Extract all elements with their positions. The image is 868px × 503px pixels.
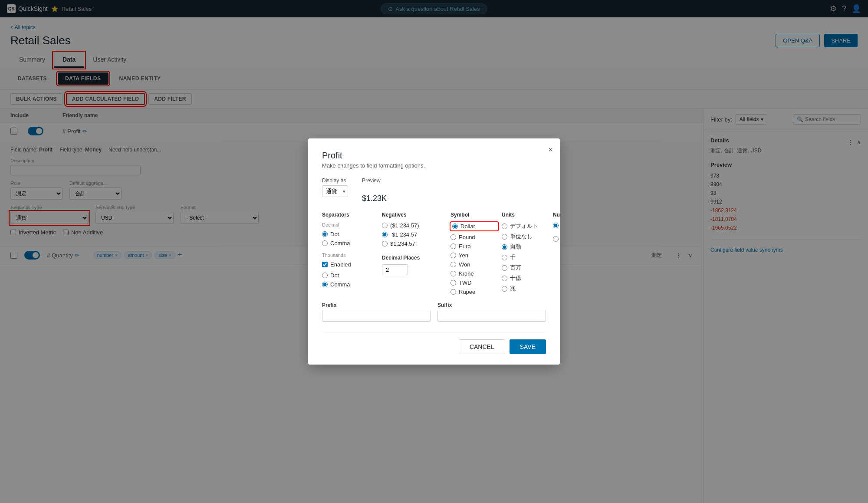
thousands-enabled-row[interactable]: Enabled bbox=[322, 261, 378, 268]
modal-footer: CANCEL SAVE bbox=[322, 332, 546, 354]
thousands-enabled-label: Enabled bbox=[330, 261, 351, 268]
display-preview-row: Display as 通貨 Preview $1.23K bbox=[322, 178, 546, 203]
symbol-dollar-radio[interactable] bbox=[452, 224, 458, 229]
units-default-label: デフォルト bbox=[510, 222, 538, 230]
separators-title: Separators bbox=[322, 212, 378, 218]
preview-group: Preview $1.23K bbox=[362, 178, 387, 203]
symbol-dollar-row[interactable]: Dollar bbox=[450, 222, 498, 230]
decimal-dot-radio[interactable] bbox=[322, 231, 328, 237]
symbol-pound-row[interactable]: Pound bbox=[450, 234, 498, 240]
separators-col: Separators Decimal Dot Comma Thousands E… bbox=[322, 212, 378, 295]
symbol-pound-radio[interactable] bbox=[450, 234, 456, 240]
preview-label: Preview bbox=[362, 178, 387, 184]
units-none-radio[interactable] bbox=[502, 234, 507, 240]
modal-subtitle: Make changes to field formatting options… bbox=[322, 162, 546, 169]
units-thousand-radio[interactable] bbox=[502, 255, 507, 260]
thousands-comma-row[interactable]: Comma bbox=[322, 281, 378, 288]
symbol-euro-row[interactable]: Euro bbox=[450, 243, 498, 250]
thousands-sublabel: Thousands bbox=[322, 253, 378, 258]
symbol-rupee-row[interactable]: Rupee bbox=[450, 289, 498, 295]
thousands-dot-radio[interactable] bbox=[322, 273, 328, 278]
prefix-input[interactable] bbox=[322, 310, 431, 322]
neg-paren-label: ($1,234.57) bbox=[390, 222, 419, 229]
units-auto-label: 自動 bbox=[510, 243, 521, 251]
thousands-comma-label: Comma bbox=[330, 281, 350, 288]
decimal-places-input[interactable] bbox=[382, 264, 408, 275]
units-billion-label: 十億 bbox=[510, 274, 521, 282]
symbol-krone-row[interactable]: Krone bbox=[450, 270, 498, 277]
units-trillion-row[interactable]: 兆 bbox=[502, 285, 549, 293]
display-as-label: Display as bbox=[322, 178, 348, 184]
units-title: Units bbox=[502, 212, 549, 218]
display-as-select[interactable]: 通貨 bbox=[322, 185, 348, 197]
decimal-comma-label: Comma bbox=[330, 240, 350, 247]
null-custom-row: Custom bbox=[553, 234, 560, 243]
symbol-twd-label: TWD bbox=[459, 279, 472, 286]
neg-suffix-radio[interactable] bbox=[382, 241, 388, 247]
units-default-row[interactable]: デフォルト bbox=[502, 222, 549, 230]
cancel-button[interactable]: CANCEL bbox=[459, 339, 505, 354]
null-custom-radio-row[interactable]: Custom bbox=[553, 236, 560, 242]
units-auto-radio[interactable] bbox=[502, 244, 507, 250]
units-none-row[interactable]: 単位なし bbox=[502, 233, 549, 240]
units-default-radio[interactable] bbox=[502, 224, 507, 229]
neg-paren-row[interactable]: ($1,234.57) bbox=[382, 222, 447, 229]
suffix-input[interactable] bbox=[437, 310, 546, 322]
units-trillion-label: 兆 bbox=[510, 285, 516, 293]
symbol-euro-radio[interactable] bbox=[450, 243, 456, 249]
null-values-title: Null values bbox=[553, 212, 560, 218]
decimal-dot-label: Dot bbox=[330, 231, 339, 237]
symbol-rupee-label: Rupee bbox=[459, 289, 475, 295]
decimal-comma-row[interactable]: Comma bbox=[322, 240, 378, 247]
neg-suffix-label: $1,234.57- bbox=[390, 240, 417, 247]
modal-title: Profit bbox=[322, 151, 546, 161]
display-as-select-wrapper: 通貨 bbox=[322, 185, 348, 197]
decimal-sublabel: Decimal bbox=[322, 222, 378, 227]
neg-paren-radio[interactable] bbox=[382, 223, 388, 228]
thousands-comma-radio[interactable] bbox=[322, 282, 328, 287]
symbol-krone-radio[interactable] bbox=[450, 271, 456, 276]
units-million-row[interactable]: 百万 bbox=[502, 264, 549, 272]
units-thousand-row[interactable]: 千 bbox=[502, 253, 549, 261]
symbol-rupee-radio[interactable] bbox=[450, 289, 456, 295]
symbol-twd-row[interactable]: TWD bbox=[450, 279, 498, 286]
symbol-krone-label: Krone bbox=[459, 270, 474, 277]
units-billion-row[interactable]: 十億 bbox=[502, 274, 549, 282]
thousands-dot-row[interactable]: Dot bbox=[322, 272, 378, 279]
neg-suffix-row[interactable]: $1,234.57- bbox=[382, 240, 447, 247]
null-custom-radio[interactable] bbox=[553, 236, 559, 242]
units-none-label: 単位なし bbox=[510, 233, 533, 240]
null-show-radio[interactable] bbox=[553, 223, 559, 228]
prefix-label: Prefix bbox=[322, 302, 431, 308]
save-button[interactable]: SAVE bbox=[510, 339, 546, 354]
null-show-row[interactable]: Show as 'null' bbox=[553, 222, 560, 229]
symbol-yen-radio[interactable] bbox=[450, 253, 456, 258]
neg-minus-row[interactable]: -$1,234.57 bbox=[382, 231, 447, 238]
symbol-dollar-label: Dollar bbox=[460, 223, 475, 230]
decimal-comma-radio[interactable] bbox=[322, 240, 328, 246]
prefix-suffix-section: Prefix Suffix bbox=[322, 302, 546, 322]
units-million-label: 百万 bbox=[510, 264, 521, 272]
null-values-col: Null values Show as 'null' Custom bbox=[553, 212, 560, 295]
thousands-enabled-checkbox[interactable] bbox=[322, 262, 328, 267]
symbol-col: Symbol Dollar Pound Euro Yen bbox=[450, 212, 498, 295]
modal-overlay[interactable]: × Profit Make changes to field formattin… bbox=[0, 0, 868, 503]
symbol-won-row[interactable]: Won bbox=[450, 261, 498, 268]
symbol-twd-radio[interactable] bbox=[450, 280, 456, 286]
units-thousand-label: 千 bbox=[510, 253, 516, 261]
units-auto-row[interactable]: 自動 bbox=[502, 243, 549, 251]
units-billion-radio[interactable] bbox=[502, 276, 507, 281]
preview-box: $1.23K bbox=[362, 185, 387, 203]
display-as-group: Display as 通貨 bbox=[322, 178, 348, 197]
negatives-title: Negatives bbox=[382, 212, 447, 218]
decimal-places-section: Decimal Places bbox=[382, 255, 447, 275]
symbol-won-label: Won bbox=[459, 261, 470, 268]
units-million-radio[interactable] bbox=[502, 265, 507, 271]
units-trillion-radio[interactable] bbox=[502, 286, 507, 292]
symbol-yen-label: Yen bbox=[459, 252, 468, 259]
modal-close-button[interactable]: × bbox=[548, 145, 553, 155]
symbol-won-radio[interactable] bbox=[450, 262, 456, 267]
symbol-yen-row[interactable]: Yen bbox=[450, 252, 498, 259]
decimal-dot-row[interactable]: Dot bbox=[322, 231, 378, 237]
neg-minus-radio[interactable] bbox=[382, 232, 388, 237]
